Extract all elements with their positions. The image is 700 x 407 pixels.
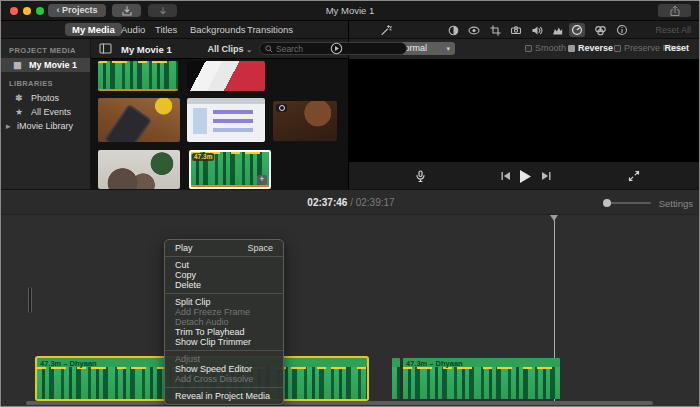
sidebar-item-label: My Movie 1	[29, 60, 77, 70]
menu-item-delete[interactable]: Delete	[165, 280, 283, 290]
timeline-settings-button[interactable]: Settings	[659, 198, 693, 209]
audio-range-line	[98, 89, 178, 91]
tab-titles[interactable]: Titles	[148, 23, 184, 36]
smooth-checkbox[interactable]: Smooth	[525, 43, 566, 53]
info-button[interactable]	[614, 23, 630, 37]
reverse-checkbox[interactable]: Reverse	[568, 43, 613, 53]
equalizer-histogram-icon	[552, 25, 564, 36]
video-clip-thumbnail-phone[interactable]	[98, 98, 180, 142]
menu-separator	[165, 256, 283, 257]
enhance-magic-wand-button[interactable]	[378, 23, 394, 37]
color-correction-button[interactable]	[466, 23, 482, 37]
timeline-toolbar: 02:37:46 / 02:39:17 Settings	[1, 189, 700, 215]
media-browser-title: My Movie 1	[121, 44, 172, 55]
color-correction-icon	[468, 25, 480, 36]
sidebar-item-all-events[interactable]: ★ All Events	[1, 105, 90, 119]
play-button[interactable]	[517, 167, 533, 185]
color-balance-button[interactable]	[445, 23, 461, 37]
audio-clip-thumbnail-selected[interactable]: 47.3m +	[189, 150, 271, 189]
circled-arrow-icon	[330, 42, 343, 55]
menu-item-copy[interactable]: Copy	[165, 270, 283, 280]
fullscreen-button[interactable]	[627, 169, 641, 183]
info-icon	[616, 24, 628, 36]
stabilization-button[interactable]	[508, 23, 524, 37]
playback-controls	[348, 161, 700, 189]
video-clip-thumbnail-desk[interactable]	[273, 101, 337, 141]
clip-filter-button[interactable]	[592, 23, 608, 37]
share-button[interactable]	[658, 4, 691, 17]
sidebar-toggle-button[interactable]	[99, 43, 112, 54]
color-balance-icon	[448, 25, 459, 36]
timeline-audio-clip-2[interactable]: 47.3m – Dhyaan	[403, 358, 560, 399]
audio-clip-thumbnail[interactable]	[98, 61, 178, 91]
menu-item-show-speed-editor[interactable]: Show Speed Editor	[165, 364, 283, 374]
menu-item-label: Delete	[175, 280, 201, 290]
checkbox-box	[614, 45, 621, 52]
voiceover-mic-button[interactable]	[412, 168, 428, 184]
libraries-sidebar: PROJECT MEDIA ▦ My Movie 1 LIBRARIES ✽ P…	[1, 39, 91, 189]
zoom-slider-thumb[interactable]	[603, 199, 611, 207]
preview-viewer	[348, 59, 700, 161]
speed-reset-button[interactable]: Reset	[664, 43, 689, 53]
add-to-timeline-button[interactable]: +	[257, 175, 267, 185]
checkbox-box	[568, 45, 575, 52]
play-icon	[518, 169, 532, 184]
stabilization-camera-icon	[510, 25, 522, 36]
menu-item-reveal-in-project-media[interactable]: Reveal in Project Media	[165, 391, 283, 401]
microphone-icon	[415, 170, 426, 183]
menu-item-label: Play	[175, 243, 193, 253]
titlebar: ‹ Projects My Movie 1	[1, 1, 699, 21]
menu-separator	[165, 350, 283, 351]
video-clip-thumbnail-selfie[interactable]	[98, 150, 180, 189]
media-tabbar: My Media Audio Titles Backgrounds Transi…	[1, 21, 348, 39]
speed-button[interactable]	[569, 23, 585, 37]
imovie-window: ‹ Projects My Movie 1 My Media Audio Tit…	[0, 0, 700, 407]
clip-context-menu: Play Space Cut Copy Delete Split Clip Ad…	[164, 239, 284, 405]
skip-forward-icon	[541, 171, 552, 181]
menu-item-label: Trim To Playhead	[175, 327, 245, 337]
menu-item-trim-to-playhead[interactable]: Trim To Playhead	[165, 327, 283, 337]
timeline-audio-clip-sliver[interactable]	[392, 358, 400, 399]
media-browser-header: My Movie 1 All Clips ⌄	[91, 39, 348, 59]
skip-back-button[interactable]	[499, 170, 511, 182]
sidebar-item-photos[interactable]: ✽ Photos	[1, 91, 90, 105]
reset-all-button[interactable]: Reset All	[655, 25, 691, 35]
timeline-area[interactable]: 47.3m – Dhyaan 47.3m – Dhyaan	[1, 215, 700, 407]
sidebar-item-label: Photos	[31, 93, 59, 103]
photos-flower-icon: ✽	[15, 91, 27, 105]
menu-item-label: Copy	[175, 270, 196, 280]
menu-item-label: Detach Audio	[175, 317, 229, 327]
video-clip-thumbnail-screenshot[interactable]	[187, 98, 265, 142]
menu-item-shortcut: Space	[247, 243, 273, 253]
menu-item-label: Show Clip Trimmer	[175, 337, 251, 347]
menu-item-show-clip-trimmer[interactable]: Show Clip Trimmer	[165, 337, 283, 347]
checkbox-box	[525, 45, 532, 52]
filter-value: All Clips	[208, 44, 244, 54]
sidebar-item-imovie-library[interactable]: ▸ iMovie Library	[1, 119, 90, 133]
menu-item-add-freeze-frame: Add Freeze Frame	[165, 307, 283, 317]
insert-position-marker	[28, 287, 32, 313]
viewer-adjust-toolbar: Reset All	[348, 21, 700, 39]
menu-item-play[interactable]: Play Space	[165, 243, 283, 253]
tab-transitions[interactable]: Transitions	[240, 23, 300, 36]
camera-badge-icon	[276, 104, 287, 112]
clip-appearance-button[interactable]	[330, 42, 343, 55]
crop-button[interactable]	[487, 23, 503, 37]
menu-item-label: Adjust	[175, 354, 200, 364]
timeline-horizontal-scrollbar[interactable]	[26, 401, 653, 405]
menu-item-label: Reveal in Project Media	[175, 391, 270, 401]
menu-item-cut[interactable]: Cut	[165, 260, 283, 270]
tab-audio[interactable]: Audio	[114, 23, 152, 36]
sidebar-item-label: All Events	[31, 107, 71, 117]
menu-item-split-clip[interactable]: Split Clip	[165, 297, 283, 307]
volume-button[interactable]	[529, 23, 545, 37]
video-clip-thumbnail-red[interactable]	[187, 61, 265, 91]
skip-forward-button[interactable]	[540, 170, 552, 182]
timeline-zoom-slider[interactable]	[605, 202, 651, 204]
all-clips-filter-dropdown[interactable]: All Clips ⌄	[206, 44, 252, 54]
smooth-label: Smooth	[535, 43, 566, 53]
noise-reduction-button[interactable]	[550, 23, 566, 37]
fullscreen-arrows-icon	[628, 170, 640, 182]
duration-badge: 47.3m	[192, 153, 214, 161]
sidebar-item-my-movie[interactable]: ▦ My Movie 1	[1, 58, 90, 72]
